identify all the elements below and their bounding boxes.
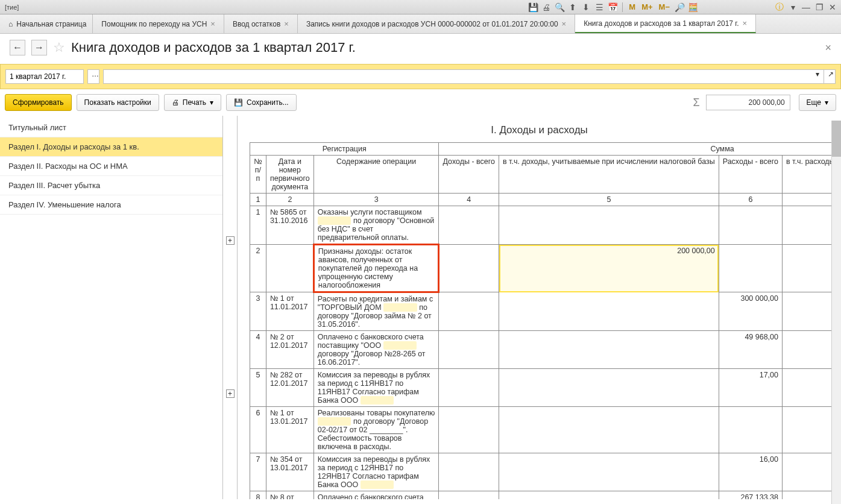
cell-value — [439, 331, 499, 369]
col-exp-total: Расходы - всего — [719, 156, 782, 194]
cell-desc: Комиссия за переводы в рублях за период … — [313, 369, 439, 407]
period-input[interactable] — [5, 69, 84, 84]
col-inc-tax: в т.ч. доходы, учитываемые при исчислени… — [499, 156, 719, 194]
org-dropdown-icon[interactable]: ▾ — [811, 69, 824, 84]
page-close-icon[interactable]: × — [825, 42, 831, 54]
tab-close-icon[interactable]: × — [562, 19, 567, 28]
table-row[interactable]: 1№ 5865 от 31.10.2016Оказаны услуги пост… — [250, 206, 842, 245]
cell-date: № 282 от 12.01.2017 — [266, 369, 313, 407]
tab-close-icon[interactable]: × — [284, 19, 289, 28]
tab-home[interactable]: ⌂ Начальная страница — [2, 14, 93, 33]
sidebar-item[interactable]: Раздел III. Расчет убытка — [0, 176, 222, 195]
table-row[interactable]: 6№ 1 от 13.01.2017Реализованы товары пок… — [250, 407, 842, 453]
cell-value: 17,00 — [719, 369, 782, 407]
save-button[interactable]: 💾Сохранить... — [226, 94, 297, 111]
tab-label: Начальная страница — [16, 20, 86, 28]
cell-value: 49 968,00 — [719, 331, 782, 369]
tab-close-icon[interactable]: × — [210, 19, 215, 28]
list-icon[interactable]: ☰ — [593, 2, 605, 13]
generate-button[interactable]: Сформировать — [5, 94, 72, 111]
sidebar-item[interactable]: Титульный лист — [0, 118, 222, 137]
cell-num: 3 — [250, 292, 266, 331]
cell-value — [439, 453, 499, 491]
cell-value — [439, 407, 499, 453]
cell-desc: Комиссия за переводы в рублях за период … — [313, 453, 439, 491]
show-settings-button[interactable]: Показать настройки — [77, 94, 159, 111]
cell-value — [439, 292, 499, 331]
titlebar: [тие] 💾 🖨 🔍 ⬆ ⬇ ☰ 📅 M M+ M− 🔎 🧮 ⓘ ▾ — ❐ … — [0, 0, 841, 14]
calendar-icon[interactable]: 📅 — [606, 2, 619, 13]
table-row[interactable]: 4№ 2 от 12.01.2017Оплачено с банковского… — [250, 331, 842, 369]
tab-close-icon[interactable]: × — [743, 19, 748, 28]
preview-icon[interactable]: 🔍 — [553, 2, 565, 13]
cell-desc: Оказаны услуги поставщиком ________ по д… — [313, 206, 439, 245]
table-row[interactable]: 3№ 1 от 11.01.2017Расчеты по кредитам и … — [250, 292, 842, 331]
tab-label: Запись книги доходов и расходов УСН 0000… — [306, 20, 558, 28]
tab-usn-helper[interactable]: Помощник по переходу на УСН × — [93, 14, 224, 33]
vertical-scrollbar[interactable] — [831, 121, 841, 504]
memory-mplus[interactable]: M+ — [639, 2, 655, 11]
outline-gutter: + + — [223, 116, 238, 499]
cell-value: 267 133,38 — [719, 491, 782, 500]
chevron-down-icon: ▾ — [825, 98, 828, 107]
table-row[interactable]: 5№ 282 от 12.01.2017Комиссия за переводы… — [250, 369, 842, 407]
report-toolbar: Сформировать Показать настройки 🖨Печать … — [0, 89, 841, 116]
cell-value — [499, 491, 719, 500]
memory-m[interactable]: M — [626, 2, 638, 11]
col-datedoc: Дата и номер первичного документа — [266, 156, 313, 194]
table-row[interactable]: 7№ 354 от 13.01.2017Комиссия за переводы… — [250, 453, 842, 491]
sidebar-item[interactable]: Раздел IV. Уменьшение налога — [0, 195, 222, 215]
cell-desc: Оплачено с банковского счета поставщику … — [313, 331, 439, 369]
org-open-button[interactable]: ↗ — [824, 69, 836, 84]
print-button[interactable]: 🖨Печать ▾ — [164, 94, 221, 111]
col-number: 5 — [499, 194, 719, 206]
period-picker-button[interactable]: … — [87, 69, 99, 84]
expand-toggle[interactable]: + — [226, 389, 235, 398]
print-icon[interactable]: 🖨 — [540, 2, 552, 13]
expand-toggle[interactable]: + — [226, 236, 235, 245]
tab-kudir-book[interactable]: Книга доходов и расходов за 1 квартал 20… — [575, 14, 756, 33]
cell-value: 300 000,00 — [719, 292, 782, 331]
sidebar-item[interactable]: Раздел I. Доходы и расходы за 1 кв. — [0, 137, 222, 157]
minimize-icon[interactable]: — — [800, 2, 812, 13]
chevron-down-icon: ▾ — [210, 98, 213, 107]
compare-del-icon[interactable]: ⬇ — [580, 2, 592, 13]
close-icon[interactable]: ✕ — [827, 2, 839, 13]
tab-kudir-entry[interactable]: Запись книги доходов и расходов УСН 0000… — [298, 14, 575, 33]
page-title: Книга доходов и расходов за 1 квартал 20… — [71, 40, 356, 55]
save-icon[interactable]: 💾 — [527, 2, 539, 13]
more-button[interactable]: Еще ▾ — [799, 94, 836, 111]
window-title: [тие] — [2, 4, 19, 11]
save-icon: 💾 — [234, 98, 243, 107]
sidebar-item[interactable]: Раздел II. Расходы на ОС и НМА — [0, 157, 222, 176]
cell-desc: Расчеты по кредитам и займам с "ТОРГОВЫЙ… — [313, 292, 439, 331]
separator — [622, 2, 623, 12]
cell-value — [499, 407, 719, 453]
cell-num: 6 — [250, 407, 266, 453]
cell-value — [499, 453, 719, 491]
report-section-title: I. Доходы и расходы — [250, 124, 829, 136]
table-row[interactable]: 2Признаны доходы: остаток авансов, получ… — [250, 245, 842, 292]
compare-add-icon[interactable]: ⬆ — [567, 2, 579, 13]
favorite-icon[interactable]: ☆ — [53, 40, 65, 55]
zoom-in-icon[interactable]: 🔎 — [673, 2, 685, 13]
cell-desc: Признаны доходы: остаток авансов, получе… — [313, 245, 439, 292]
cell-num: 7 — [250, 453, 266, 491]
back-button[interactable]: ← — [10, 40, 25, 55]
restore-icon[interactable]: ❐ — [813, 2, 825, 13]
calc-icon[interactable]: 🧮 — [687, 2, 699, 13]
tab-label: Ввод остатков — [233, 20, 280, 28]
tab-balances[interactable]: Ввод остатков × — [224, 14, 298, 33]
memory-mminus[interactable]: M− — [657, 2, 672, 11]
table-row[interactable]: 8№ 8 от 16.01.2017Оплачено с банковского… — [250, 491, 842, 500]
report-area: I. Доходы и расходы Регистрация Сумма № … — [238, 116, 841, 499]
forward-button[interactable]: → — [31, 40, 47, 55]
cell-value — [439, 369, 499, 407]
cell-num: 4 — [250, 331, 266, 369]
cell-value — [719, 245, 782, 292]
col-number: 3 — [313, 194, 439, 206]
organization-input[interactable] — [103, 69, 811, 84]
col-number: 4 — [439, 194, 499, 206]
dropdown-icon[interactable]: ▾ — [787, 2, 799, 13]
info-icon[interactable]: ⓘ — [773, 2, 786, 13]
